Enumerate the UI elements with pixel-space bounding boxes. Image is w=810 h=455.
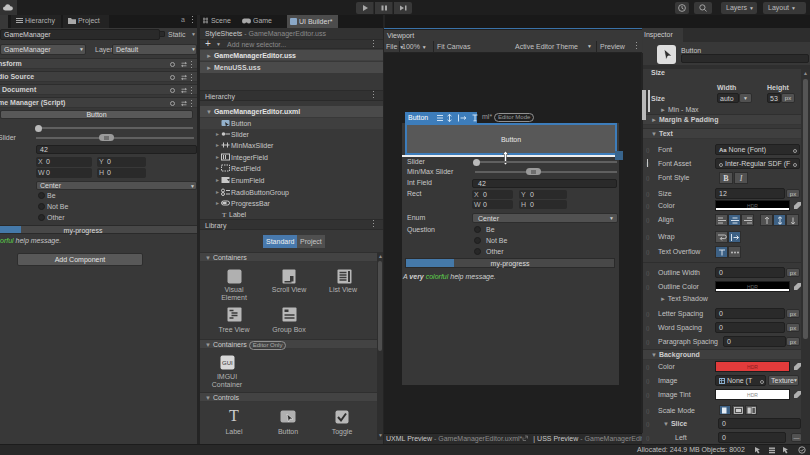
svg-text:GUI: GUI bbox=[222, 360, 233, 366]
